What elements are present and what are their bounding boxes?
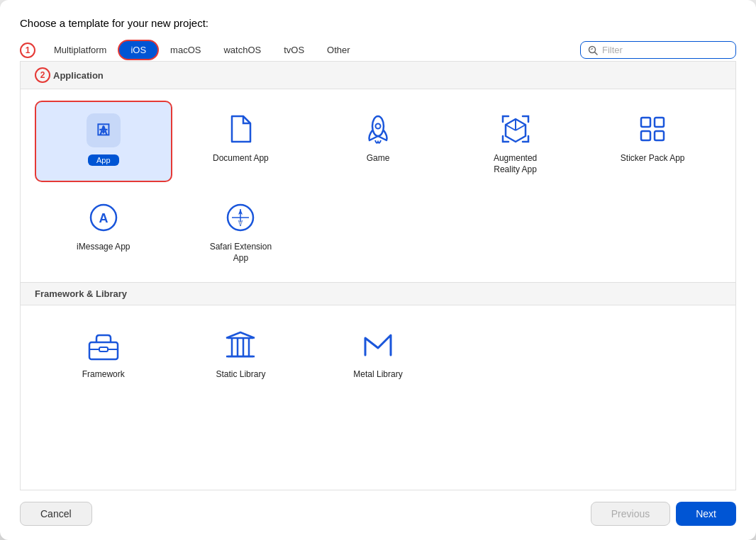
template-game[interactable]: Game [309, 101, 447, 182]
safari-extension-label: Safari ExtensionApp [210, 242, 272, 264]
safari-icon [222, 199, 259, 236]
app-icon: ⊞ A [85, 112, 122, 149]
svg-rect-12 [655, 118, 664, 127]
svg-line-10 [516, 125, 526, 130]
application-section: 2 Application ⊞ A [21, 62, 735, 283]
sticker-pack-icon [634, 111, 671, 147]
framework-label: Framework [82, 369, 125, 381]
step1-circle: 1 [20, 43, 35, 58]
svg-rect-14 [655, 131, 664, 140]
svg-rect-24 [99, 347, 108, 351]
svg-line-1 [595, 52, 598, 55]
cancel-button[interactable]: Cancel [20, 502, 92, 526]
game-label: Game [367, 153, 390, 164]
bottom-bar: Cancel Previous Next [20, 490, 736, 526]
sticker-pack-label: Sticker Pack App [621, 153, 685, 164]
filter-box[interactable] [580, 41, 736, 59]
svg-text:A: A [99, 211, 108, 225]
ar-app-icon [497, 111, 534, 147]
document-app-label: Document App [213, 153, 269, 164]
template-document-app[interactable]: Document App [172, 101, 310, 182]
game-icon [360, 111, 396, 147]
metal-library-icon [360, 327, 396, 364]
ar-app-label: AugmentedReality App [494, 153, 537, 175]
template-app[interactable]: ⊞ A App [35, 101, 172, 182]
step2-circle: 2 [35, 67, 50, 83]
tab-macos[interactable]: macOS [159, 39, 212, 61]
template-imessage[interactable]: A iMessage App [35, 189, 172, 271]
template-static-library[interactable]: Static Library [172, 317, 310, 395]
tab-watchos[interactable]: watchOS [212, 39, 272, 61]
static-library-icon [222, 327, 259, 364]
template-ar-app[interactable]: AugmentedReality App [447, 101, 584, 182]
dialog-title: Choose a template for your new project: [20, 17, 736, 29]
application-label: Application [53, 70, 104, 81]
tab-other[interactable]: Other [316, 39, 362, 61]
svg-text:A: A [99, 124, 108, 137]
tab-multiplatform[interactable]: Multiplatform [43, 39, 118, 61]
tab-bar: 1 Multiplatform iOS macOS watchOS tvOS O… [20, 39, 736, 62]
template-sticker-pack[interactable]: Sticker Pack App [584, 101, 721, 182]
filter-input[interactable] [602, 45, 728, 55]
framework-icon [85, 327, 122, 364]
metal-library-label: Metal Library [353, 369, 402, 381]
right-buttons: Previous Next [591, 502, 736, 526]
tab-tvos[interactable]: tvOS [272, 39, 316, 61]
application-grid: ⊞ A App [21, 89, 735, 283]
tab-ios[interactable]: iOS [118, 40, 159, 60]
content-area: 2 Application ⊞ A [20, 62, 736, 490]
next-button[interactable]: Next [676, 502, 736, 526]
imessage-label: iMessage App [77, 242, 130, 253]
previous-button[interactable]: Previous [591, 502, 670, 526]
framework-library-section: Framework & Library Framework [21, 283, 735, 406]
svg-rect-13 [641, 131, 650, 140]
step1-indicator: 1 [20, 43, 38, 58]
template-metal-library[interactable]: Metal Library [309, 317, 447, 395]
filter-icon [588, 45, 598, 55]
svg-rect-11 [641, 118, 650, 127]
document-app-icon [222, 111, 259, 147]
tab-bar-tabs: 1 Multiplatform iOS macOS watchOS tvOS O… [20, 39, 580, 61]
new-project-dialog: Choose a template for your new project: … [0, 0, 756, 540]
app-badge: App [88, 154, 119, 166]
template-safari-extension[interactable]: Safari ExtensionApp [172, 189, 310, 271]
imessage-icon: A [85, 199, 122, 236]
framework-library-header: Framework & Library [21, 283, 735, 305]
application-section-header: 2 Application [21, 62, 735, 89]
framework-library-grid: Framework [21, 305, 735, 406]
svg-point-5 [372, 116, 384, 136]
template-framework[interactable]: Framework [35, 317, 172, 395]
svg-line-9 [506, 125, 516, 130]
static-library-label: Static Library [216, 369, 265, 381]
svg-point-6 [375, 124, 380, 129]
